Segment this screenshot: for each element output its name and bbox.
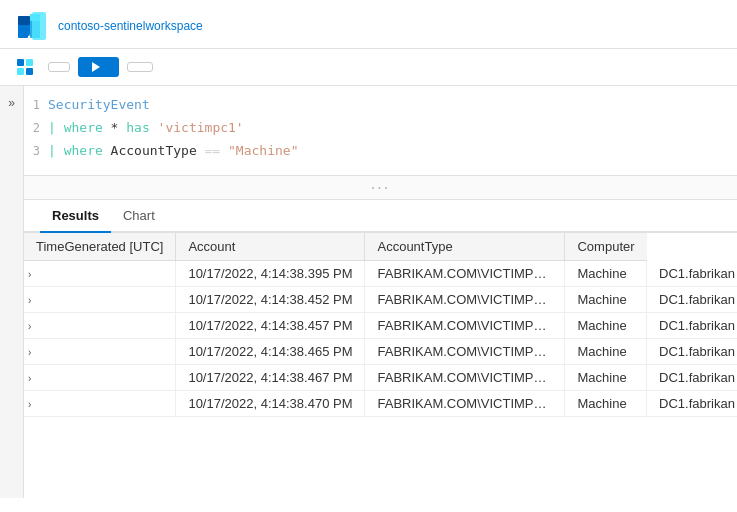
- token: 'victimpc1': [158, 120, 244, 135]
- line-number: 3: [24, 142, 48, 161]
- row-expand[interactable]: ›: [24, 287, 176, 313]
- svg-rect-8: [18, 16, 30, 25]
- expand-icon[interactable]: ›: [28, 347, 35, 358]
- query-line: 2| where * has 'victimpc1': [24, 117, 737, 140]
- row-expand[interactable]: ›: [24, 391, 176, 417]
- line-number: 2: [24, 119, 48, 138]
- expand-icon[interactable]: ›: [28, 295, 35, 306]
- tab-results[interactable]: Results: [40, 200, 111, 233]
- expand-icon[interactable]: ›: [28, 269, 35, 280]
- expand-icon[interactable]: ›: [28, 399, 35, 410]
- workspace-icon: [16, 58, 34, 76]
- results-area: ResultsChart TimeGenerated [UTC]AccountA…: [24, 200, 737, 498]
- expand-icon[interactable]: ›: [28, 373, 35, 384]
- table-cell: FABRIKAM.COM\VICTIMPC1$: [365, 261, 565, 287]
- token: has: [126, 120, 149, 135]
- workspace-name-highlight: contoso-sentinel: [58, 19, 145, 33]
- collapse-button[interactable]: »: [0, 86, 24, 498]
- line-content: | where * has 'victimpc1': [48, 118, 244, 139]
- drag-divider[interactable]: ···: [24, 176, 737, 200]
- table-cell: DC1.fabrikan: [647, 391, 737, 417]
- table-cell: DC1.fabrikan: [647, 313, 737, 339]
- collapse-icon: »: [8, 96, 15, 110]
- table-cell: FABRIKAM.COM\VICTIMPC1$: [365, 391, 565, 417]
- table-cell: Machine: [565, 365, 647, 391]
- workspace-name-suffix: workspace: [145, 19, 202, 33]
- table-cell: Machine: [565, 261, 647, 287]
- svg-rect-11: [17, 68, 24, 75]
- table-cell: FABRIKAM.COM\VICTIMPC1$: [365, 365, 565, 391]
- column-header: Account: [176, 233, 365, 261]
- table-body: ›10/17/2022, 4:14:38.395 PMFABRIKAM.COM\…: [24, 261, 737, 417]
- content-area: 1SecurityEvent2| where * has 'victimpc1'…: [24, 86, 737, 498]
- table-cell: DC1.fabrikan: [647, 339, 737, 365]
- token: [220, 143, 228, 158]
- table-cell: 10/17/2022, 4:14:38.452 PM: [176, 287, 365, 313]
- run-button[interactable]: [78, 57, 119, 77]
- table-cell: DC1.fabrikan: [647, 365, 737, 391]
- table-cell: 10/17/2022, 4:14:38.467 PM: [176, 365, 365, 391]
- table-header: TimeGenerated [UTC]AccountAccountTypeCom…: [24, 233, 737, 261]
- line-content: SecurityEvent: [48, 95, 150, 116]
- row-expand[interactable]: ›: [24, 365, 176, 391]
- svg-rect-9: [17, 59, 24, 66]
- row-expand[interactable]: ›: [24, 261, 176, 287]
- token: where: [64, 143, 103, 158]
- play-icon: [92, 62, 100, 72]
- svg-rect-7: [32, 12, 46, 40]
- tab-chart[interactable]: Chart: [111, 200, 167, 233]
- table-cell: DC1.fabrikan: [647, 261, 737, 287]
- results-table: TimeGenerated [UTC]AccountAccountTypeCom…: [24, 233, 737, 498]
- time-range-button[interactable]: [127, 62, 153, 72]
- app-logo: [16, 10, 48, 42]
- header-title-group: contoso-sentinelworkspace: [58, 19, 203, 33]
- table-row[interactable]: ›10/17/2022, 4:14:38.470 PMFABRIKAM.COM\…: [24, 391, 737, 417]
- token: *: [103, 120, 126, 135]
- table-cell: DC1.fabrikan: [647, 287, 737, 313]
- token: |: [48, 143, 64, 158]
- expand-icon[interactable]: ›: [28, 321, 35, 332]
- row-expand[interactable]: ›: [24, 339, 176, 365]
- column-header: AccountType: [365, 233, 565, 261]
- line-number: 1: [24, 96, 48, 115]
- column-header: Computer: [565, 233, 647, 261]
- query-line: 3| where AccountType == "Machine": [24, 140, 737, 163]
- drag-handle-dots: ···: [371, 179, 390, 197]
- table-cell: Machine: [565, 339, 647, 365]
- table-row[interactable]: ›10/17/2022, 4:14:38.457 PMFABRIKAM.COM\…: [24, 313, 737, 339]
- column-header: TimeGenerated [UTC]: [24, 233, 176, 261]
- toolbar: [0, 49, 737, 86]
- table-row[interactable]: ›10/17/2022, 4:14:38.395 PMFABRIKAM.COM\…: [24, 261, 737, 287]
- token: "Machine": [228, 143, 298, 158]
- table-cell: FABRIKAM.COM\VICTIMPC1$: [365, 287, 565, 313]
- line-content: | where AccountType == "Machine": [48, 141, 298, 162]
- query-editor[interactable]: 1SecurityEvent2| where * has 'victimpc1'…: [24, 86, 737, 176]
- token: where: [64, 120, 103, 135]
- table-cell: Machine: [565, 391, 647, 417]
- table-cell: Machine: [565, 313, 647, 339]
- main-area: » 1SecurityEvent2| where * has 'victimpc…: [0, 86, 737, 498]
- table-cell: Machine: [565, 287, 647, 313]
- data-table: TimeGenerated [UTC]AccountAccountTypeCom…: [24, 233, 737, 417]
- query-line: 1SecurityEvent: [24, 94, 737, 117]
- svg-rect-12: [26, 68, 33, 75]
- select-scope-button[interactable]: [48, 62, 70, 72]
- table-row[interactable]: ›10/17/2022, 4:14:38.452 PMFABRIKAM.COM\…: [24, 287, 737, 313]
- app-header: contoso-sentinelworkspace: [0, 0, 737, 49]
- token: ==: [205, 143, 221, 158]
- token: AccountType: [103, 143, 205, 158]
- table-cell: 10/17/2022, 4:14:38.465 PM: [176, 339, 365, 365]
- table-cell: 10/17/2022, 4:14:38.470 PM: [176, 391, 365, 417]
- table-row[interactable]: ›10/17/2022, 4:14:38.465 PMFABRIKAM.COM\…: [24, 339, 737, 365]
- table-cell: FABRIKAM.COM\VICTIMPC1$: [365, 313, 565, 339]
- page-subtitle: contoso-sentinelworkspace: [58, 19, 203, 33]
- workspace-label: [16, 58, 40, 76]
- token: [150, 120, 158, 135]
- svg-rect-10: [26, 59, 33, 66]
- token: SecurityEvent: [48, 97, 150, 112]
- table-row[interactable]: ›10/17/2022, 4:14:38.467 PMFABRIKAM.COM\…: [24, 365, 737, 391]
- token: |: [48, 120, 64, 135]
- table-cell: 10/17/2022, 4:14:38.395 PM: [176, 261, 365, 287]
- row-expand[interactable]: ›: [24, 313, 176, 339]
- results-tabs: ResultsChart: [24, 200, 737, 233]
